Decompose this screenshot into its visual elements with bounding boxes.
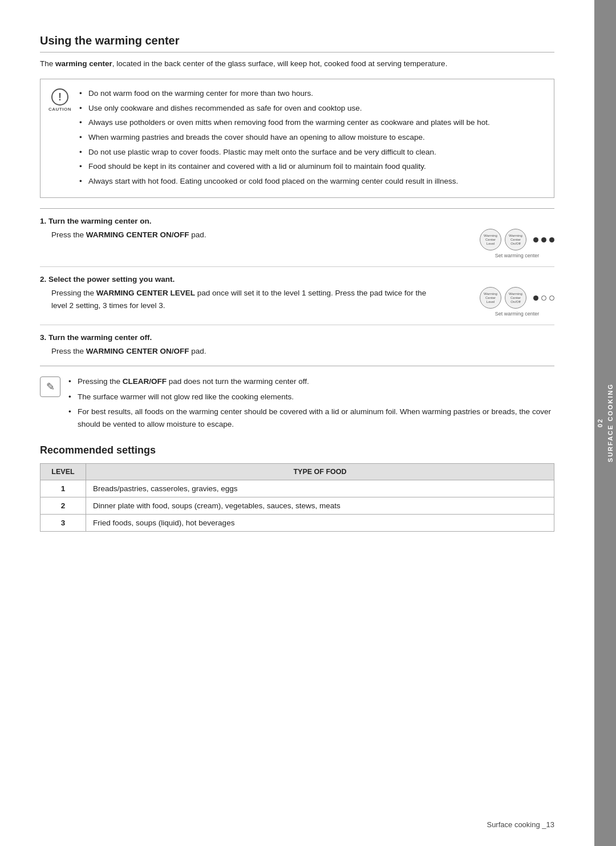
dot-off-1 — [541, 296, 546, 301]
wc-btn-onoff-2: Warming Center On/Off — [505, 287, 526, 309]
intro-bold-term: warming center — [55, 59, 112, 68]
caution-item: Food should be kept in its container and… — [79, 160, 490, 173]
level-1: 1 — [40, 480, 86, 497]
caution-circle-icon: ! — [51, 88, 68, 106]
dot-1 — [533, 237, 538, 242]
wc-diagram-on: Warming Center Level Warming Center On/O… — [480, 229, 554, 258]
step-2-header: 2. Select the power setting you want. — [40, 275, 554, 284]
wc-dots-partial — [533, 296, 554, 301]
intro-text-after: , located in the back center of the glas… — [112, 59, 448, 68]
table-header-row: LEVEL TYPE OF FOOD — [40, 464, 554, 480]
dot-3 — [549, 237, 554, 242]
note-item-2: The surface warmer will not glow red lik… — [68, 391, 554, 403]
food-2: Dinner plate with food, soups (cream), v… — [86, 497, 554, 515]
note-icon: ✎ — [40, 377, 60, 397]
table-row: 1 Breads/pastries, casseroles, gravies, … — [40, 480, 554, 497]
intro-paragraph: The warming center, located in the back … — [40, 58, 554, 70]
caution-label: CAUTION — [48, 107, 71, 112]
table-row: 2 Dinner plate with food, soups (cream),… — [40, 497, 554, 515]
wc-btn-level: Warming Center Level — [480, 229, 501, 250]
caution-item: Always use potholders or oven mitts when… — [79, 116, 490, 129]
note-box: ✎ Pressing the CLEAR/OFF pad does not tu… — [40, 375, 554, 433]
caution-item: Do not use plastic wrap to cover foods. … — [79, 146, 490, 159]
step-3: 3. Turn the warming center off. Press th… — [40, 333, 554, 366]
wc-buttons-on: Warming Center Level Warming Center On/O… — [480, 229, 554, 250]
wc-buttons-level: Warming Center Level Warming Center On/O… — [480, 287, 554, 309]
side-tab-label: Surface Cooking — [607, 383, 614, 462]
dot-off-2 — [549, 296, 554, 301]
col-level: LEVEL — [40, 464, 86, 480]
step-2-text: Pressing the WARMING CENTER LEVEL pad on… — [51, 287, 440, 311]
steps-section: 1. Turn the warming center on. Press the… — [40, 208, 554, 366]
level-3: 3 — [40, 515, 86, 532]
note-item-3: For best results, all foods on the warmi… — [68, 406, 554, 430]
caution-item: Always start with hot food. Eating uncoo… — [79, 175, 490, 188]
recommended-table: LEVEL TYPE OF FOOD 1 Breads/pastries, ca… — [40, 463, 554, 532]
side-tab-number: 02 — [597, 418, 603, 427]
step-1: 1. Turn the warming center on. Press the… — [40, 217, 554, 267]
col-food: TYPE OF FOOD — [86, 464, 554, 480]
step-1-diagram: Warming Center Level Warming Center On/O… — [452, 229, 554, 258]
step-1-header: 1. Turn the warming center on. — [40, 217, 554, 225]
food-1: Breads/pastries, casseroles, gravies, eg… — [86, 480, 554, 497]
food-3: Fried foods, soups (liquid), hot beverag… — [86, 515, 554, 532]
caution-item: When warming pastries and breads the cov… — [79, 131, 490, 144]
wc-dots-filled — [533, 237, 554, 242]
step-2-diagram: Warming Center Level Warming Center On/O… — [452, 287, 554, 317]
caution-item: Do not warm food on the warming center f… — [79, 87, 490, 100]
caution-list: Do not warm food on the warming center f… — [79, 87, 490, 189]
step-1-press: Press the WARMING CENTER ON/OFF pad. — [40, 229, 440, 241]
dot-2 — [541, 237, 546, 242]
level-2: 2 — [40, 497, 86, 515]
note-item-1: Pressing the CLEAR/OFF pad does not turn… — [68, 375, 554, 388]
wc-diagram-label: Set warming center — [495, 253, 540, 258]
wc-diagram-level: Warming Center Level Warming Center On/O… — [480, 287, 554, 317]
caution-box: ! CAUTION Do not warm food on the warmin… — [40, 79, 554, 198]
side-tab-text: 02 Surface Cooking — [597, 383, 614, 462]
caution-item: Use only cookware and dishes recommended… — [79, 102, 490, 115]
step-3-press: Press the WARMING CENTER ON/OFF pad. — [51, 345, 554, 358]
wc-diagram-label-2: Set warming center — [495, 311, 540, 317]
step-2: 2. Select the power setting you want. Pr… — [40, 275, 554, 325]
dot-on — [533, 296, 538, 301]
table-row: 3 Fried foods, soups (liquid), hot bever… — [40, 515, 554, 532]
step-3-header: 3. Turn the warming center off. — [40, 333, 554, 342]
side-tab: 02 Surface Cooking — [594, 0, 616, 846]
section-title: Using the warming center — [40, 34, 554, 52]
step-2-body: Pressing the WARMING CENTER LEVEL pad on… — [40, 287, 554, 317]
note-list: Pressing the CLEAR/OFF pad does not turn… — [68, 375, 554, 433]
recommended-title: Recommended settings — [40, 444, 554, 456]
page-footer: Surface cooking _13 — [487, 820, 554, 829]
wc-btn-level-2: Warming Center Level — [480, 287, 501, 309]
wc-btn-onoff: Warming Center On/Off — [505, 229, 526, 250]
caution-icon-container: ! CAUTION — [48, 88, 71, 112]
step-1-body: Press the WARMING CENTER ON/OFF pad. War… — [40, 229, 554, 258]
